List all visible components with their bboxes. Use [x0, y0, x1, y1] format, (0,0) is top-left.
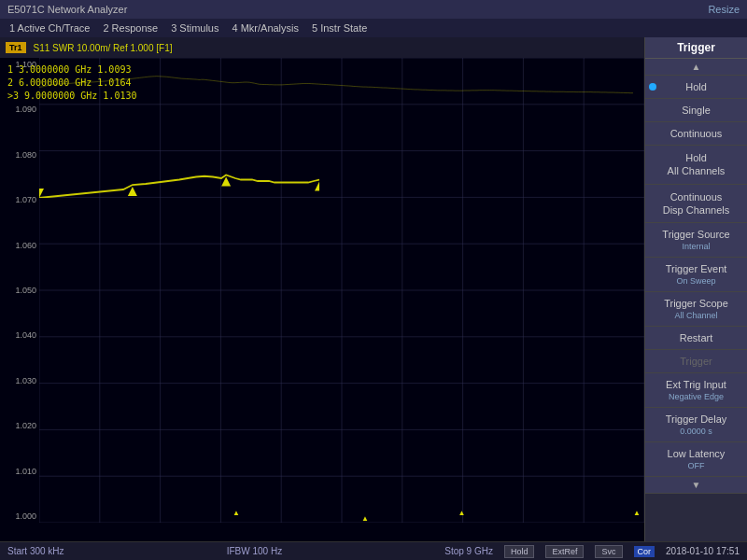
y-axis-label: 1.030 [0, 376, 39, 385]
datetime-label: 2018-01-10 17:51 [666, 546, 740, 556]
y-axis-label: 1.040 [0, 330, 39, 340]
menu-response[interactable]: 2 Response [97, 21, 163, 35]
status-bar: Start 300 kHz IFBW 100 Hz Stop 9 GHz Hol… [0, 541, 747, 560]
hold-btn[interactable]: Hold [645, 76, 747, 99]
panel-title: Trigger [645, 37, 747, 59]
main-area: Tr1 S11 SWR 10.00m/ Ref 1.000 [F1] 1.100… [0, 37, 747, 541]
x-axis-center-marker: ▲ [361, 514, 369, 523]
hold-all-channels-btn[interactable]: HoldAll Channels [645, 146, 747, 185]
trigger-event-btn[interactable]: Trigger Event On Sweep [645, 258, 747, 292]
cor-label: Cor [634, 546, 655, 557]
trigger-btn[interactable]: Trigger [645, 350, 747, 373]
menu-bar: 1 Active Ch/Trace 2 Response 3 Stimulus … [0, 19, 747, 37]
stop-label: Stop 9 GHz [444, 546, 493, 556]
restart-btn[interactable]: Restart [645, 327, 747, 350]
chart-area: Tr1 S11 SWR 10.00m/ Ref 1.000 [F1] 1.100… [0, 37, 644, 541]
trace-info: S11 SWR 10.00m/ Ref 1.000 [F1] [34, 43, 173, 53]
y-axis: 1.1001.0901.0801.0701.0601.0501.0401.030… [0, 58, 39, 523]
trigger-source-btn[interactable]: Trigger Source Internal [645, 223, 747, 258]
low-latency-btn[interactable]: Low Latency OFF [645, 442, 747, 477]
continuous-disp-channels-btn[interactable]: ContinuousDisp Channels [645, 185, 747, 224]
menu-stimulus[interactable]: 3 Stimulus [165, 21, 224, 35]
right-panel: Trigger ▲ Hold Single Continuous HoldAll… [644, 37, 747, 541]
status-right: Stop 9 GHz Hold ExtRef Svc Cor 2018-01-1… [444, 545, 740, 558]
status-left: Start 300 kHz [7, 546, 64, 556]
resize-label[interactable]: Resize [708, 4, 740, 15]
svc-status-btn[interactable]: Svc [595, 545, 622, 558]
start-label: Start 300 kHz [7, 546, 64, 556]
y-axis-label: 1.060 [0, 241, 39, 250]
ifbw-label: IFBW 100 Hz [227, 546, 282, 556]
status-center: IFBW 100 Hz [227, 546, 282, 556]
marker-2-indicator: ▲ [458, 509, 465, 517]
y-axis-label: 1.010 [0, 467, 39, 476]
y-axis-label: 1.050 [0, 286, 39, 295]
marker-info: >3 9.0000000 GHz 1.0130 [7, 90, 136, 103]
continuous-btn[interactable]: Continuous [645, 122, 747, 146]
app-name: E5071C Network Analyzer [7, 4, 127, 15]
menu-active-ch[interactable]: 1 Active Ch/Trace [4, 21, 95, 35]
menu-instr-state[interactable]: 5 Instr State [306, 21, 373, 35]
hold-status-btn[interactable]: Hold [504, 545, 535, 558]
trigger-scope-btn[interactable]: Trigger Scope All Channel [645, 292, 747, 327]
marker-1-indicator: ▲ [233, 509, 240, 517]
trigger-delay-btn[interactable]: Trigger Delay 0.0000 s [645, 408, 747, 442]
scroll-up-btn[interactable]: ▲ [645, 59, 747, 76]
y-axis-label: 1.080 [0, 150, 39, 160]
marker-info: 1 3.0000000 GHz 1.0093 [7, 63, 136, 77]
y-axis-label: 1.090 [0, 105, 39, 114]
y-axis-label: 1.070 [0, 195, 39, 204]
scroll-down-btn[interactable]: ▼ [645, 477, 747, 494]
extref-status-btn[interactable]: ExtRef [545, 545, 584, 558]
trace-badge: Tr1 [6, 42, 26, 53]
hold-dot [649, 83, 656, 91]
markers-info: 1 3.0000000 GHz 1.0093 2 6.0000000 GHz 1… [7, 63, 136, 103]
marker-3-indicator: ▲ [633, 509, 641, 517]
ext-trig-input-btn[interactable]: Ext Trig Input Negative Edge [645, 373, 747, 408]
marker-info: 2 6.0000000 GHz 1.0164 [7, 77, 136, 90]
title-bar: E5071C Network Analyzer Resize [0, 0, 747, 19]
y-axis-label: 1.000 [0, 511, 39, 521]
menu-mkr-analysis[interactable]: 4 Mkr/Analysis [226, 21, 304, 35]
chart-header: Tr1 S11 SWR 10.00m/ Ref 1.000 [F1] [0, 37, 644, 58]
single-btn[interactable]: Single [645, 99, 747, 122]
y-axis-label: 1.020 [0, 421, 39, 430]
